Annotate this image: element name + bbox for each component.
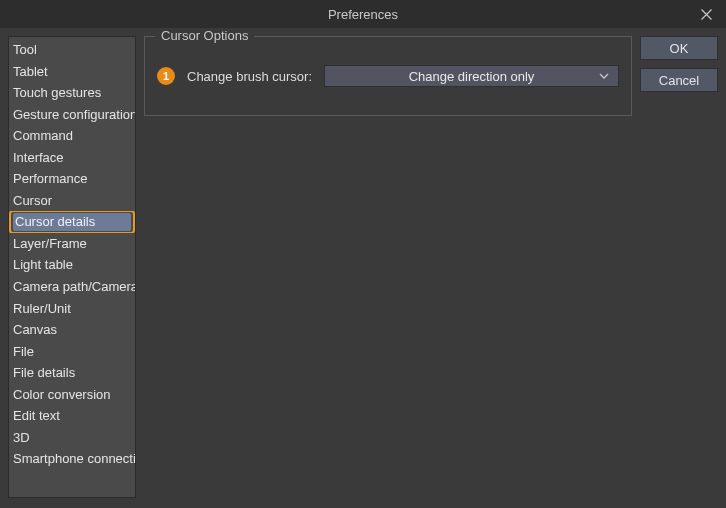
sidebar-item-label: Performance <box>13 171 87 186</box>
sidebar-item-canvas[interactable]: Canvas <box>9 319 135 341</box>
sidebar-item-command[interactable]: Command <box>9 125 135 147</box>
sidebar-item-smartphone-connection[interactable]: Smartphone connection <box>9 448 135 470</box>
sidebar-item-label: Ruler/Unit <box>13 301 71 316</box>
sidebar-item-cursor[interactable]: Cursor <box>9 190 135 212</box>
sidebar-item-color-conversion[interactable]: Color conversion <box>9 384 135 406</box>
sidebar-item-label: Tablet <box>13 64 48 79</box>
close-icon <box>701 9 712 20</box>
sidebar-item-label: Interface <box>13 150 64 165</box>
sidebar-item-label: File details <box>13 365 75 380</box>
sidebar-item-label: Color conversion <box>13 387 111 402</box>
preferences-window: Preferences ToolTabletTouch gesturesGest… <box>0 0 726 508</box>
sidebar-item-layer-frame[interactable]: Layer/Frame <box>9 233 135 255</box>
change-brush-cursor-label: Change brush cursor: <box>187 69 312 84</box>
sidebar-item-label: Gesture configuration <box>13 107 135 122</box>
sidebar-item-label: Command <box>13 128 73 143</box>
close-button[interactable] <box>686 0 726 28</box>
sidebar-item-label: Camera path/Camera <box>13 279 135 294</box>
category-sidebar: ToolTabletTouch gesturesGesture configur… <box>8 36 136 498</box>
sidebar-item-label: Tool <box>13 42 37 57</box>
sidebar-item-label: Light table <box>13 257 73 272</box>
sidebar-item-label: 3D <box>13 430 30 445</box>
change-brush-cursor-dropdown[interactable]: Change direction only <box>324 65 619 87</box>
sidebar-item-touch-gestures[interactable]: Touch gestures <box>9 82 135 104</box>
dialog-body: ToolTabletTouch gesturesGesture configur… <box>0 28 726 508</box>
sidebar-item-cursor-details[interactable]: Cursor details <box>9 211 135 233</box>
sidebar-item-interface[interactable]: Interface <box>9 147 135 169</box>
main-panel: Cursor Options 1 Change brush cursor: Ch… <box>144 36 718 116</box>
cursor-options-group: Cursor Options 1 Change brush cursor: Ch… <box>144 36 632 116</box>
sidebar-item-gesture-configuration[interactable]: Gesture configuration <box>9 104 135 126</box>
sidebar-item-file[interactable]: File <box>9 341 135 363</box>
sidebar-item-3d[interactable]: 3D <box>9 427 135 449</box>
sidebar-item-camera-path-camera[interactable]: Camera path/Camera <box>9 276 135 298</box>
window-title: Preferences <box>0 7 726 22</box>
sidebar-item-label: Layer/Frame <box>13 236 87 251</box>
sidebar-item-tablet[interactable]: Tablet <box>9 61 135 83</box>
callout-badge-1: 1 <box>157 67 175 85</box>
dialog-button-column: OK Cancel <box>640 36 718 116</box>
sidebar-item-label: Cursor <box>13 193 52 208</box>
ok-button[interactable]: OK <box>640 36 718 60</box>
sidebar-item-edit-text[interactable]: Edit text <box>9 405 135 427</box>
sidebar-item-label: Edit text <box>13 408 60 423</box>
sidebar-item-label: Touch gestures <box>13 85 101 100</box>
sidebar-item-file-details[interactable]: File details <box>9 362 135 384</box>
sidebar-item-ruler-unit[interactable]: Ruler/Unit <box>9 298 135 320</box>
sidebar-item-label: File <box>13 344 34 359</box>
sidebar-item-tool[interactable]: Tool <box>9 39 135 61</box>
sidebar-item-performance[interactable]: Performance <box>9 168 135 190</box>
sidebar-item-label: Smartphone connection <box>13 451 135 466</box>
sidebar-item-light-table[interactable]: Light table <box>9 254 135 276</box>
chevron-down-icon <box>598 70 610 82</box>
sidebar-item-label: Cursor details <box>13 213 131 231</box>
cancel-button[interactable]: Cancel <box>640 68 718 92</box>
group-legend: Cursor Options <box>155 28 254 43</box>
dropdown-value: Change direction only <box>409 69 535 84</box>
change-brush-cursor-row: 1 Change brush cursor: Change direction … <box>157 65 619 87</box>
sidebar-item-label: Canvas <box>13 322 57 337</box>
titlebar: Preferences <box>0 0 726 28</box>
